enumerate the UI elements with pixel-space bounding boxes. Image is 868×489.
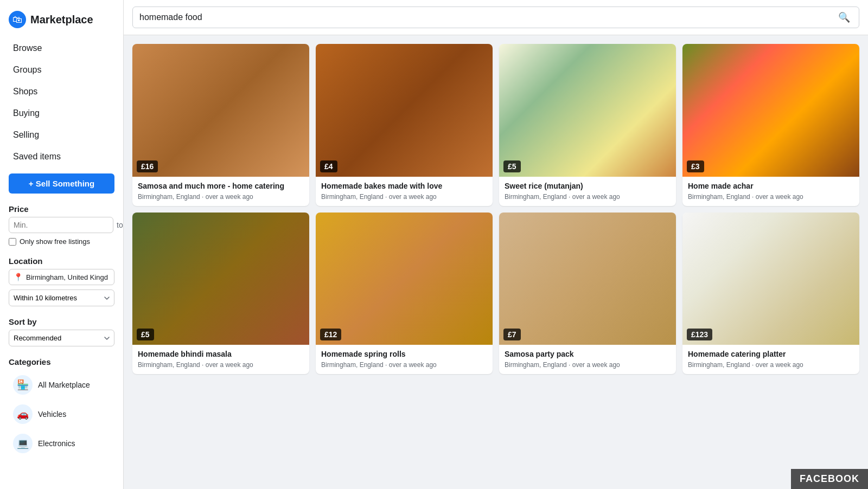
radius-select[interactable]: Within 10 kilometresWithin 20 kilometres… [9, 289, 114, 306]
location-text: Birmingham, United Kingd [26, 273, 110, 281]
search-input[interactable] [139, 7, 832, 28]
category-item-electronics[interactable]: 💻Electronics [4, 429, 119, 458]
free-listings-row: Only show free listings [9, 237, 114, 246]
listing-meta-8: Birmingham, England · over a week ago [688, 361, 854, 369]
marketplace-icon: 🛍 [9, 11, 26, 28]
listing-title-6: Homemade spring rolls [321, 349, 487, 359]
search-bar: 🔍 [132, 7, 859, 28]
listing-image-wrapper: £5 [499, 44, 676, 177]
listing-info-2: Homemade bakes made with love Birmingham… [316, 177, 493, 206]
listing-image-wrapper: £4 [316, 44, 493, 177]
category-icon-vehicles: 🚗 [13, 404, 33, 424]
sidebar-nav: BrowseGroupsShopsBuyingSellingSaved item… [0, 38, 123, 167]
price-badge-4: £3 [687, 160, 704, 172]
listing-meta-5: Birmingham, England · over a week ago [138, 361, 304, 369]
listing-title-1: Samosa and much more - home catering [138, 181, 304, 191]
listing-title-7: Samosa party pack [505, 349, 671, 359]
listing-image-wrapper: £3 [682, 44, 859, 177]
listing-image-5 [132, 213, 309, 345]
price-badge-1: £16 [137, 160, 158, 172]
listing-meta-6: Birmingham, England · over a week ago [321, 361, 487, 369]
location-input-row[interactable]: 📍 Birmingham, United Kingd [9, 269, 114, 285]
listing-image-7 [499, 213, 676, 345]
listing-image-2 [316, 44, 493, 177]
category-item-vehicles[interactable]: 🚗Vehicles [4, 400, 119, 428]
sidebar-header: 🛍 Marketplace [0, 7, 123, 37]
listing-meta-7: Birmingham, England · over a week ago [505, 361, 671, 369]
listing-title-4: Home made achar [688, 181, 854, 191]
listing-meta-1: Birmingham, England · over a week ago [138, 193, 304, 201]
listing-info-5: Homemade bhindi masala Birmingham, Engla… [132, 345, 309, 374]
sidebar: 🛍 Marketplace BrowseGroupsShopsBuyingSel… [0, 0, 124, 489]
listing-image-6 [316, 213, 493, 345]
price-badge-6: £12 [320, 329, 341, 340]
sidebar-item-saved[interactable]: Saved items [4, 146, 119, 167]
listing-card-3[interactable]: £5 Sweet rice (mutanjan) Birmingham, Eng… [499, 44, 676, 206]
listing-card-1[interactable]: £16 Samosa and much more - home catering… [132, 44, 309, 206]
listing-info-6: Homemade spring rolls Birmingham, Englan… [316, 345, 493, 374]
listing-info-3: Sweet rice (mutanjan) Birmingham, Englan… [499, 177, 676, 206]
sidebar-item-browse[interactable]: Browse [4, 38, 119, 59]
listings-grid: £16 Samosa and much more - home catering… [124, 35, 868, 383]
listing-info-1: Samosa and much more - home catering Bir… [132, 177, 309, 206]
sidebar-item-buying[interactable]: Buying [4, 103, 119, 124]
category-label-electronics: Electronics [38, 439, 75, 448]
free-listings-checkbox[interactable] [9, 238, 16, 246]
price-badge-7: £7 [503, 329, 521, 340]
price-badge-2: £4 [320, 160, 337, 172]
sort-label: Sort by [9, 317, 114, 326]
listing-card-8[interactable]: £123 Homemade catering platter Birmingha… [682, 213, 859, 375]
sort-select[interactable]: RecommendedPrice: Low to HighPrice: High… [9, 330, 114, 346]
listing-image-wrapper: £5 [132, 213, 309, 345]
price-badge-8: £123 [687, 329, 712, 340]
listing-image-3 [499, 44, 676, 177]
listing-info-4: Home made achar Birmingham, England · ov… [682, 177, 859, 206]
listing-meta-4: Birmingham, England · over a week ago [688, 193, 854, 201]
search-bar-container: 🔍 [124, 0, 868, 35]
listing-image-4 [682, 44, 859, 177]
sidebar-item-groups[interactable]: Groups [4, 60, 119, 80]
listing-card-7[interactable]: £7 Samosa party pack Birmingham, England… [499, 213, 676, 375]
sidebar-item-shops[interactable]: Shops [4, 81, 119, 102]
location-label: Location [9, 256, 114, 266]
listing-card-2[interactable]: £4 Homemade bakes made with love Birming… [316, 44, 493, 206]
category-label-vehicles: Vehicles [38, 410, 66, 419]
listing-card-5[interactable]: £5 Homemade bhindi masala Birmingham, En… [132, 213, 309, 375]
listing-title-5: Homemade bhindi masala [138, 349, 304, 359]
price-badge-5: £5 [137, 329, 154, 340]
free-listings-label: Only show free listings [20, 237, 90, 246]
location-icon: 📍 [14, 273, 23, 281]
listing-meta-3: Birmingham, England · over a week ago [505, 193, 671, 201]
listing-image-wrapper: £12 [316, 213, 493, 345]
listing-title-3: Sweet rice (mutanjan) [505, 181, 671, 191]
sidebar-title: Marketplace [30, 14, 93, 26]
listing-title-2: Homemade bakes made with love [321, 181, 487, 191]
listing-card-4[interactable]: £3 Home made achar Birmingham, England ·… [682, 44, 859, 206]
listing-image-wrapper: £16 [132, 44, 309, 177]
listing-image-8 [682, 213, 859, 345]
sort-section: Sort by RecommendedPrice: Low to HighPri… [0, 313, 123, 353]
search-button[interactable]: 🔍 [836, 9, 852, 25]
location-section: Location 📍 Birmingham, United Kingd With… [0, 252, 123, 313]
category-icon-electronics: 💻 [13, 434, 33, 453]
sidebar-item-selling[interactable]: Selling [4, 125, 119, 145]
listing-image-1 [132, 44, 309, 177]
categories-label: Categories [0, 353, 123, 370]
listing-image-wrapper: £7 [499, 213, 676, 345]
listing-title-8: Homemade catering platter [688, 349, 854, 359]
price-min-input[interactable] [9, 217, 113, 233]
price-range-row: to [9, 217, 114, 233]
listing-info-8: Homemade catering platter Birmingham, En… [682, 345, 859, 374]
facebook-watermark: FACEBOOK [791, 469, 868, 489]
price-to-label: to [117, 221, 123, 229]
category-label-all: All Marketplace [38, 381, 90, 389]
listing-card-6[interactable]: £12 Homemade spring rolls Birmingham, En… [316, 213, 493, 375]
listing-image-wrapper: £123 [682, 213, 859, 345]
price-label: Price [9, 204, 114, 214]
category-item-all[interactable]: 🏪All Marketplace [4, 371, 119, 399]
category-icon-all: 🏪 [13, 375, 33, 395]
sell-something-button[interactable]: + Sell Something [9, 173, 114, 194]
price-section: Price to Only show free listings [0, 200, 123, 252]
main-content: 🔍 £16 Samosa and much more - home cateri… [124, 0, 868, 489]
listing-info-7: Samosa party pack Birmingham, England · … [499, 345, 676, 374]
